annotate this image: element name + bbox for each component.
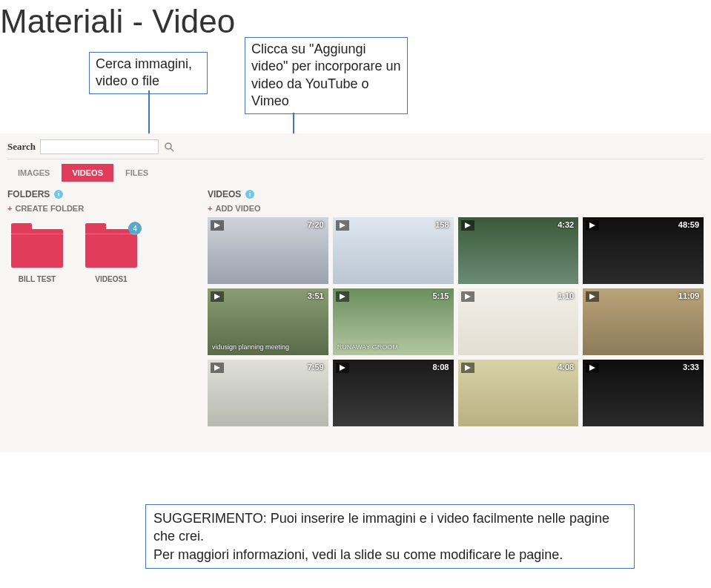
video-thumbnail[interactable]: 3:33 [583,360,704,426]
play-icon [586,363,599,373]
folders-heading-label: FOLDERS [7,189,50,199]
svg-marker-2 [214,222,220,228]
svg-marker-7 [340,294,345,300]
svg-marker-3 [340,222,345,228]
video-duration: 3:33 [683,363,699,371]
search-label: Search [7,141,36,153]
svg-marker-10 [214,365,220,371]
svg-marker-8 [465,294,471,300]
search-icon[interactable] [163,141,175,153]
folders-heading: FOLDERS i [7,189,193,199]
tab-files[interactable]: FILES [115,164,159,182]
video-duration: 5:15 [432,291,449,300]
app-screenshot: Search IMAGES VIDEOS FILES FOLDERS i + C… [0,133,711,452]
video-thumbnail[interactable]: 3:51vidusign planning meeting [208,288,328,355]
folder-badge: 4 [128,222,142,235]
play-icon [586,291,599,302]
video-duration: 3:51 [308,291,324,300]
video-duration: 1:10 [558,291,574,300]
play-icon [461,291,474,302]
page-title: Materiali - Video [0,0,711,40]
video-thumbnail[interactable]: 48:59 [583,217,704,284]
svg-line-1 [171,148,173,151]
videos-heading: VIDEOS i [208,189,704,199]
add-video-label: ADD VIDEO [215,204,260,213]
video-thumbnail[interactable]: 4:08 [458,360,579,426]
svg-point-0 [165,143,171,149]
videos-column: VIDEOS i + ADD VIDEO 7:201584:3248:593:5… [208,189,704,426]
video-thumbnail[interactable]: 4:32 [458,217,579,284]
video-thumbnail[interactable]: 7:59 [208,360,328,426]
plus-icon: + [208,204,212,213]
play-icon [336,291,349,302]
play-icon [211,363,224,373]
video-duration: 8:08 [432,363,449,371]
play-icon [336,220,349,231]
search-bar: Search [0,133,711,157]
search-input[interactable] [40,139,159,154]
videos-heading-label: VIDEOS [208,189,241,199]
folder-icon: 4 [85,229,137,268]
svg-marker-4 [465,222,471,228]
tab-images[interactable]: IMAGES [7,164,60,182]
tab-videos[interactable]: VIDEOS [62,164,113,182]
video-duration: 7:59 [308,363,324,371]
create-folder-label: CREATE FOLDER [15,204,84,213]
tip-box: SUGGERIMENTO: Puoi inserire le immagini … [145,504,635,569]
svg-marker-12 [465,365,471,371]
video-thumbnail[interactable]: 11:09 [583,288,704,355]
tip-label: SUGGERIMENTO: [153,511,271,526]
play-icon [461,220,474,231]
callout-search: Cerca immagini, video o file [89,52,208,94]
create-folder-button[interactable]: + CREATE FOLDER [7,204,193,213]
svg-marker-6 [214,294,220,300]
svg-marker-5 [589,222,595,228]
video-duration: 11:09 [678,291,699,300]
video-thumbnail[interactable]: 158 [333,217,454,284]
folder-item[interactable]: BILL TEST [7,229,67,283]
video-thumbnail[interactable]: 7:20 [208,217,328,284]
video-caption: vidusign planning meeting [212,343,289,351]
plus-icon: + [7,204,12,213]
video-caption: RUNAWAY GROOM [337,343,398,351]
video-thumbnail[interactable]: 1:10 [458,288,579,355]
play-icon [211,220,224,231]
folder-icon [11,229,63,268]
folders-column: FOLDERS i + CREATE FOLDER BILL TEST4VIDE… [7,189,193,426]
folder-label: BILL TEST [7,275,67,283]
video-thumbnail[interactable]: 5:15RUNAWAY GROOM [333,288,454,355]
svg-marker-13 [589,365,595,371]
tabs: IMAGES VIDEOS FILES [0,159,711,186]
play-icon [586,220,599,231]
folder-item[interactable]: 4VIDEOS1 [82,229,141,283]
video-thumbnail[interactable]: 8:08 [333,360,454,426]
svg-marker-9 [589,294,595,300]
tip-line-2: Per maggiori informazioni, vedi la slide… [153,547,563,562]
video-duration: 158 [435,220,449,229]
play-icon [211,291,224,302]
video-duration: 7:20 [308,220,324,229]
video-duration: 4:32 [558,220,574,229]
video-duration: 4:08 [558,363,574,371]
info-icon[interactable]: i [54,190,63,199]
svg-marker-11 [340,365,345,371]
callout-add-video: Clicca su "Aggiungi video" per incorpora… [245,37,408,114]
play-icon [461,363,474,373]
info-icon[interactable]: i [245,190,254,199]
add-video-button[interactable]: + ADD VIDEO [208,204,704,213]
folder-label: VIDEOS1 [82,275,141,283]
video-duration: 48:59 [678,220,699,229]
play-icon [336,363,349,373]
